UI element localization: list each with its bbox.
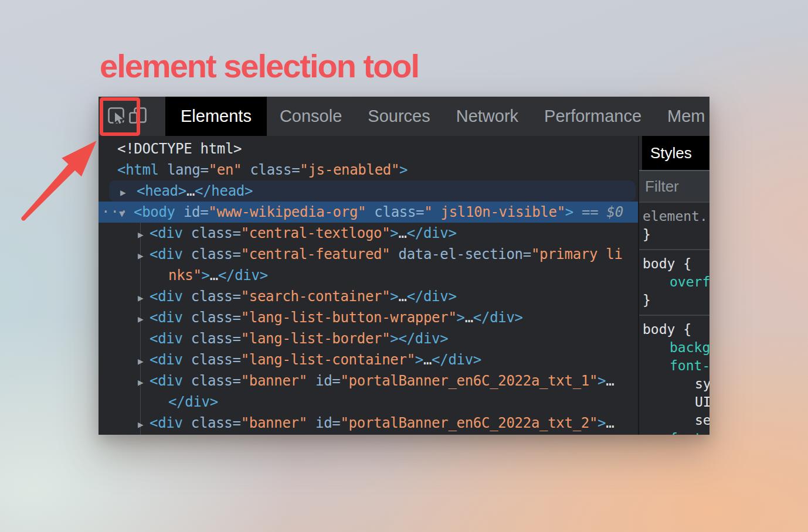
code-token-attr: data-el-section= — [390, 246, 531, 262]
code-token-val: "search-container" — [241, 288, 391, 305]
dom-tree-row[interactable]: ▶<div class="banner" id="portalBanner_en… — [99, 412, 638, 434]
code-token-tag: <html — [117, 162, 159, 178]
css-rule: body {backgfont-syUIsefont- — [639, 316, 709, 435]
code-token-attr: class= — [366, 204, 424, 220]
dom-tree-row[interactable]: ▶<div class="search-container">…</div> — [99, 286, 638, 307]
styles-filter-input[interactable]: Filter — [639, 178, 679, 196]
dom-tree-row[interactable]: </div> — [99, 391, 638, 412]
styles-filter-bar[interactable]: Filter — [639, 171, 709, 203]
code-token-attr: class= — [183, 415, 241, 431]
expander-open-icon[interactable]: ▼ — [119, 203, 134, 223]
annotation-arrow — [9, 129, 114, 231]
code-token-val: "en" — [209, 162, 242, 178]
dom-tree-row[interactable]: <div class="lang-list-border"></div> — [99, 328, 638, 349]
dom-tree-row[interactable]: ▶<div class="banner" id="portalBanner_en… — [99, 370, 638, 391]
css-rule-line[interactable]: se — [639, 411, 709, 429]
code-token-attr: class= — [183, 309, 241, 326]
styles-tab-row: Styles — [639, 136, 709, 171]
code-token-attr: class= — [242, 162, 300, 178]
code-token-tag: <div — [150, 373, 183, 389]
styles-sidebar: Styles Filter element.}body {overf}body … — [638, 136, 709, 435]
code-token-plain: … — [399, 288, 407, 305]
code-token-tag: > — [565, 204, 573, 220]
expander-closed-icon[interactable]: ▶ — [138, 245, 150, 265]
code-token-val: "banner" — [241, 373, 307, 389]
devtools-window: ElementsConsoleSourcesNetworkPerformance… — [99, 97, 709, 435]
css-rule-line[interactable]: body { — [639, 320, 709, 339]
code-token-tag: <div — [150, 309, 183, 326]
css-rule-line[interactable]: font- — [639, 429, 709, 435]
expander-closed-icon[interactable]: ▶ — [138, 351, 150, 370]
expander-closed-icon[interactable]: ▶ — [138, 372, 150, 391]
css-rule-line[interactable]: sy — [639, 375, 709, 393]
css-rule-line[interactable]: element. — [639, 207, 709, 226]
css-rule-line[interactable]: } — [639, 291, 709, 309]
code-token-val: "central-textlogo" — [241, 225, 391, 241]
devtools-tab-bar: ElementsConsoleSourcesNetworkPerformance… — [165, 97, 709, 136]
dom-tree-row[interactable]: <html lang="en" class="js-enabled"> — [99, 159, 638, 180]
tab-elements[interactable]: Elements — [165, 97, 267, 136]
css-rule-line[interactable]: body { — [639, 255, 709, 273]
css-rule-line[interactable]: font- — [639, 357, 709, 375]
tab-sources[interactable]: Sources — [355, 97, 443, 136]
code-token-tag: ></div> — [390, 330, 448, 347]
code-token-tag: > — [390, 288, 398, 305]
code-token-attr: class= — [183, 330, 241, 347]
dom-tree-row[interactable]: ▶<div class="lang-list-container">…</div… — [99, 349, 638, 370]
code-token-tag: <body — [134, 204, 175, 220]
expander-closed-icon[interactable]: ▶ — [138, 224, 150, 244]
expander-closed-icon[interactable]: ▶ — [138, 288, 150, 307]
code-token-attr: class= — [183, 288, 241, 305]
code-token-attr: class= — [183, 373, 241, 389]
code-token-plain: … — [606, 373, 614, 389]
code-token-attr: id= — [175, 204, 209, 220]
code-token-tag: > — [390, 225, 398, 241]
code-token-val: "lang-list-button-wrapper" — [241, 309, 457, 326]
css-rule-line[interactable]: UI — [639, 393, 709, 411]
expander-closed-icon[interactable]: ▶ — [138, 309, 150, 328]
code-token-plain: … — [399, 225, 407, 241]
code-token-tag: <div — [150, 352, 183, 368]
code-token-tag: <head> — [137, 183, 186, 199]
expander-closed-icon[interactable]: ▶ — [120, 182, 137, 202]
code-token-tag: </div> — [432, 352, 481, 368]
code-token-tag: </div> — [218, 267, 268, 284]
dom-tree-row[interactable]: ▶<div class="central-featured" data-el-s… — [99, 244, 638, 265]
css-rule-line[interactable]: } — [639, 226, 709, 244]
css-rules-list: element.}body {overf}body {backgfont-syU… — [639, 203, 709, 435]
code-token-attr: id= — [307, 373, 341, 389]
tab-network[interactable]: Network — [443, 97, 531, 136]
tab-performance[interactable]: Performance — [531, 97, 654, 136]
css-rule: element.} — [639, 203, 709, 250]
code-token-tag: <div — [150, 225, 183, 241]
dom-tree-row[interactable]: nks">…</div> — [99, 265, 638, 286]
code-token-attr: class= — [183, 246, 241, 262]
dom-tree-row[interactable]: ▶<div class="central-textlogo">…</div> — [99, 223, 638, 244]
code-token-tag: </div> — [168, 394, 218, 410]
dom-tree-row[interactable]: ···▼<body id="www-wikipedia-org" class="… — [99, 202, 638, 223]
code-token-plain: … — [465, 309, 473, 326]
code-token-val: "central-featured" — [241, 246, 391, 262]
elements-dom-tree: <!DOCTYPE html><html lang="en" class="js… — [99, 136, 638, 435]
code-token-tag: </div> — [473, 309, 523, 326]
code-token-plain: <!DOCTYPE html> — [117, 141, 242, 157]
code-token-val: " jsl10n-visible" — [424, 204, 565, 220]
code-token-val: "www-wikipedia-org" — [208, 204, 366, 220]
tab-styles[interactable]: Styles — [642, 136, 709, 170]
expander-closed-icon[interactable]: ▶ — [138, 414, 150, 434]
code-token-val: "lang-list-border" — [241, 330, 391, 347]
code-token-attr: class= — [183, 225, 241, 241]
tab-console[interactable]: Console — [267, 97, 355, 136]
dom-tree-row[interactable]: <!DOCTYPE html> — [99, 138, 638, 159]
code-token-dollar: $0 — [607, 204, 623, 220]
code-token-tag: > — [202, 267, 210, 284]
tab-mem[interactable]: Mem — [654, 97, 709, 136]
dom-tree-row[interactable]: ▶<head>…</head> — [109, 180, 636, 202]
code-token-tag: > — [399, 162, 408, 178]
code-token-tag: </div> — [407, 288, 457, 305]
code-token-tag: > — [415, 352, 423, 368]
css-rule-line[interactable]: backg — [639, 339, 709, 357]
css-rule-line[interactable]: overf — [639, 273, 709, 291]
dom-tree-row[interactable]: ▶<div class="lang-list-button-wrapper">…… — [99, 307, 638, 328]
code-token-plain: … — [210, 267, 218, 284]
